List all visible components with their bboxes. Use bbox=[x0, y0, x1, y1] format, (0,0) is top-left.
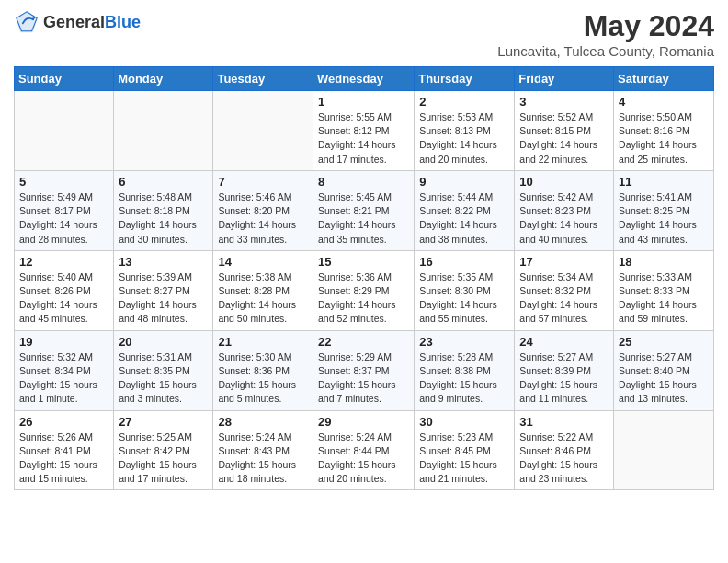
table-row: 16Sunrise: 5:35 AM Sunset: 8:30 PM Dayli… bbox=[415, 250, 515, 330]
logo-text: GeneralBlue bbox=[43, 13, 141, 32]
calendar-week-row: 19Sunrise: 5:32 AM Sunset: 8:34 PM Dayli… bbox=[15, 330, 714, 410]
day-number: 27 bbox=[119, 415, 208, 429]
table-row: 10Sunrise: 5:42 AM Sunset: 8:23 PM Dayli… bbox=[515, 170, 614, 250]
day-info: Sunrise: 5:28 AM Sunset: 8:38 PM Dayligh… bbox=[419, 350, 509, 407]
day-number: 7 bbox=[218, 175, 308, 189]
day-info: Sunrise: 5:44 AM Sunset: 8:22 PM Dayligh… bbox=[419, 190, 509, 247]
day-info: Sunrise: 5:27 AM Sunset: 8:39 PM Dayligh… bbox=[519, 350, 609, 407]
day-info: Sunrise: 5:45 AM Sunset: 8:21 PM Dayligh… bbox=[318, 190, 409, 247]
table-row: 27Sunrise: 5:25 AM Sunset: 8:42 PM Dayli… bbox=[114, 410, 213, 490]
day-info: Sunrise: 5:32 AM Sunset: 8:34 PM Dayligh… bbox=[19, 350, 108, 407]
day-info: Sunrise: 5:55 AM Sunset: 8:12 PM Dayligh… bbox=[318, 110, 409, 167]
day-number: 10 bbox=[519, 175, 609, 189]
table-row: 15Sunrise: 5:36 AM Sunset: 8:29 PM Dayli… bbox=[313, 250, 414, 330]
table-row: 8Sunrise: 5:45 AM Sunset: 8:21 PM Daylig… bbox=[313, 170, 414, 250]
table-row: 25Sunrise: 5:27 AM Sunset: 8:40 PM Dayli… bbox=[614, 330, 714, 410]
table-row bbox=[15, 91, 114, 171]
day-info: Sunrise: 5:25 AM Sunset: 8:42 PM Dayligh… bbox=[119, 431, 208, 487]
day-number: 17 bbox=[519, 255, 609, 269]
table-row: 12Sunrise: 5:40 AM Sunset: 8:26 PM Dayli… bbox=[15, 250, 114, 330]
day-info: Sunrise: 5:39 AM Sunset: 8:27 PM Dayligh… bbox=[119, 270, 208, 327]
day-number: 5 bbox=[19, 175, 108, 189]
table-row: 21Sunrise: 5:30 AM Sunset: 8:36 PM Dayli… bbox=[213, 330, 313, 410]
header-friday: Friday bbox=[515, 67, 614, 91]
day-number: 22 bbox=[318, 335, 409, 349]
day-info: Sunrise: 5:23 AM Sunset: 8:45 PM Dayligh… bbox=[419, 431, 509, 487]
day-info: Sunrise: 5:31 AM Sunset: 8:35 PM Dayligh… bbox=[119, 350, 208, 407]
day-number: 14 bbox=[218, 255, 308, 269]
table-row: 11Sunrise: 5:41 AM Sunset: 8:25 PM Dayli… bbox=[614, 170, 714, 250]
day-number: 8 bbox=[318, 175, 409, 189]
day-info: Sunrise: 5:49 AM Sunset: 8:17 PM Dayligh… bbox=[19, 190, 108, 247]
table-row: 7Sunrise: 5:46 AM Sunset: 8:20 PM Daylig… bbox=[213, 170, 313, 250]
table-row: 20Sunrise: 5:31 AM Sunset: 8:35 PM Dayli… bbox=[114, 330, 213, 410]
day-info: Sunrise: 5:50 AM Sunset: 8:16 PM Dayligh… bbox=[619, 110, 709, 167]
day-number: 29 bbox=[318, 415, 409, 429]
table-row: 18Sunrise: 5:33 AM Sunset: 8:33 PM Dayli… bbox=[614, 250, 714, 330]
table-row: 17Sunrise: 5:34 AM Sunset: 8:32 PM Dayli… bbox=[515, 250, 614, 330]
svg-marker-0 bbox=[17, 12, 37, 32]
table-row bbox=[114, 91, 213, 171]
day-info: Sunrise: 5:46 AM Sunset: 8:20 PM Dayligh… bbox=[218, 190, 308, 247]
table-row bbox=[614, 410, 714, 490]
header-wednesday: Wednesday bbox=[313, 67, 414, 91]
day-info: Sunrise: 5:24 AM Sunset: 8:43 PM Dayligh… bbox=[218, 431, 308, 487]
calendar-week-row: 5Sunrise: 5:49 AM Sunset: 8:17 PM Daylig… bbox=[15, 170, 714, 250]
logo-blue: Blue bbox=[105, 13, 141, 31]
logo-general: General bbox=[43, 13, 105, 31]
day-info: Sunrise: 5:34 AM Sunset: 8:32 PM Dayligh… bbox=[519, 270, 609, 327]
day-number: 19 bbox=[19, 335, 108, 349]
table-row: 3Sunrise: 5:52 AM Sunset: 8:15 PM Daylig… bbox=[515, 91, 614, 171]
table-row: 26Sunrise: 5:26 AM Sunset: 8:41 PM Dayli… bbox=[15, 410, 114, 490]
page-header: GeneralBlue May 2024 Luncavita, Tulcea C… bbox=[14, 9, 714, 59]
calendar-week-row: 26Sunrise: 5:26 AM Sunset: 8:41 PM Dayli… bbox=[15, 410, 714, 490]
day-number: 20 bbox=[119, 335, 208, 349]
day-number: 15 bbox=[318, 255, 409, 269]
day-number: 31 bbox=[519, 415, 609, 429]
table-row: 14Sunrise: 5:38 AM Sunset: 8:28 PM Dayli… bbox=[213, 250, 313, 330]
day-number: 23 bbox=[419, 335, 509, 349]
header-monday: Monday bbox=[114, 67, 213, 91]
table-row: 22Sunrise: 5:29 AM Sunset: 8:37 PM Dayli… bbox=[313, 330, 414, 410]
table-row: 1Sunrise: 5:55 AM Sunset: 8:12 PM Daylig… bbox=[313, 91, 414, 171]
day-number: 28 bbox=[218, 415, 308, 429]
day-number: 11 bbox=[619, 175, 709, 189]
day-info: Sunrise: 5:35 AM Sunset: 8:30 PM Dayligh… bbox=[419, 270, 509, 327]
header-tuesday: Tuesday bbox=[213, 67, 313, 91]
month-title: May 2024 bbox=[497, 9, 714, 43]
day-info: Sunrise: 5:41 AM Sunset: 8:25 PM Dayligh… bbox=[619, 190, 709, 247]
header-thursday: Thursday bbox=[415, 67, 515, 91]
day-info: Sunrise: 5:30 AM Sunset: 8:36 PM Dayligh… bbox=[218, 350, 308, 407]
logo: GeneralBlue bbox=[14, 9, 141, 35]
table-row: 23Sunrise: 5:28 AM Sunset: 8:38 PM Dayli… bbox=[415, 330, 515, 410]
day-info: Sunrise: 5:26 AM Sunset: 8:41 PM Dayligh… bbox=[19, 431, 108, 487]
day-number: 12 bbox=[19, 255, 108, 269]
table-row: 31Sunrise: 5:22 AM Sunset: 8:46 PM Dayli… bbox=[515, 410, 614, 490]
table-row: 24Sunrise: 5:27 AM Sunset: 8:39 PM Dayli… bbox=[515, 330, 614, 410]
title-section: May 2024 Luncavita, Tulcea County, Roman… bbox=[497, 9, 714, 59]
table-row: 28Sunrise: 5:24 AM Sunset: 8:43 PM Dayli… bbox=[213, 410, 313, 490]
table-row: 2Sunrise: 5:53 AM Sunset: 8:13 PM Daylig… bbox=[415, 91, 515, 171]
day-info: Sunrise: 5:29 AM Sunset: 8:37 PM Dayligh… bbox=[318, 350, 409, 407]
header-saturday: Saturday bbox=[614, 67, 714, 91]
table-row bbox=[213, 91, 313, 171]
day-number: 3 bbox=[519, 95, 609, 109]
day-info: Sunrise: 5:24 AM Sunset: 8:44 PM Dayligh… bbox=[318, 431, 409, 487]
day-info: Sunrise: 5:36 AM Sunset: 8:29 PM Dayligh… bbox=[318, 270, 409, 327]
day-number: 1 bbox=[318, 95, 409, 109]
day-number: 18 bbox=[619, 255, 709, 269]
day-info: Sunrise: 5:42 AM Sunset: 8:23 PM Dayligh… bbox=[519, 190, 609, 247]
table-row: 13Sunrise: 5:39 AM Sunset: 8:27 PM Dayli… bbox=[114, 250, 213, 330]
location-title: Luncavita, Tulcea County, Romania bbox=[497, 43, 714, 59]
calendar-week-row: 1Sunrise: 5:55 AM Sunset: 8:12 PM Daylig… bbox=[15, 91, 714, 171]
day-info: Sunrise: 5:33 AM Sunset: 8:33 PM Dayligh… bbox=[619, 270, 709, 327]
calendar-table: Sunday Monday Tuesday Wednesday Thursday… bbox=[14, 66, 714, 490]
day-info: Sunrise: 5:40 AM Sunset: 8:26 PM Dayligh… bbox=[19, 270, 108, 327]
day-number: 21 bbox=[218, 335, 308, 349]
day-info: Sunrise: 5:53 AM Sunset: 8:13 PM Dayligh… bbox=[419, 110, 509, 167]
header-sunday: Sunday bbox=[15, 67, 114, 91]
day-number: 6 bbox=[119, 175, 208, 189]
logo-icon bbox=[14, 9, 40, 35]
day-number: 9 bbox=[419, 175, 509, 189]
day-info: Sunrise: 5:38 AM Sunset: 8:28 PM Dayligh… bbox=[218, 270, 308, 327]
